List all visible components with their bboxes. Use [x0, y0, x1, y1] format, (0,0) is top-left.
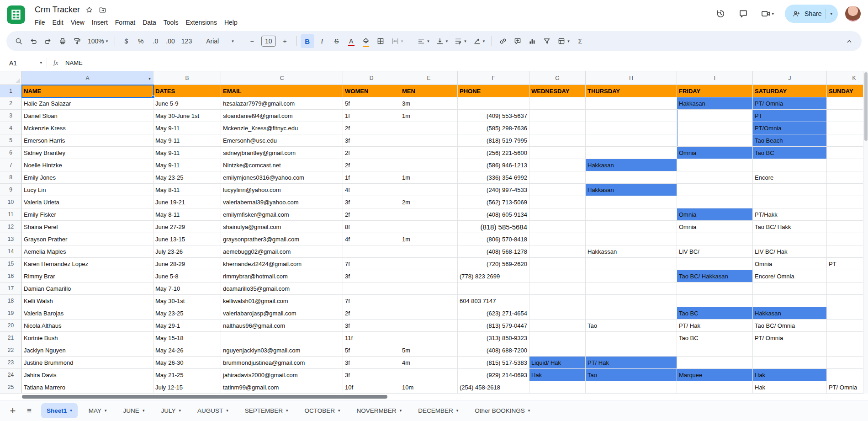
- cell-E1[interactable]: MEN: [400, 85, 458, 97]
- row-header-2[interactable]: 2: [0, 97, 22, 110]
- cell-B13[interactable]: June 13-15: [153, 233, 221, 245]
- cell-J14[interactable]: LIV BC/ Hak: [753, 245, 827, 258]
- cell-K18[interactable]: [827, 295, 868, 307]
- share-caret-icon[interactable]: ▾: [830, 12, 832, 16]
- cell-I11[interactable]: Omnia: [677, 208, 753, 221]
- cell-D3[interactable]: 1f: [343, 110, 400, 122]
- cell-B7[interactable]: May 9-11: [153, 159, 221, 171]
- cell-D6[interactable]: 2f: [343, 147, 400, 159]
- cell-E7[interactable]: [400, 159, 458, 171]
- cell-H21[interactable]: [586, 332, 677, 344]
- undo-button[interactable]: [26, 34, 40, 48]
- menu-data[interactable]: Data: [139, 17, 160, 27]
- cell-I22[interactable]: [677, 344, 753, 357]
- cell-H25[interactable]: [586, 381, 677, 394]
- avatar[interactable]: [845, 6, 861, 21]
- cell-C6[interactable]: sidneyjbrantley@gmail.com: [221, 147, 343, 159]
- cell-K6[interactable]: [827, 147, 868, 159]
- cell-J15[interactable]: Omnia: [753, 258, 827, 270]
- sheet-tab-sheet1[interactable]: Sheet1▾: [41, 403, 78, 418]
- cell-J23[interactable]: [753, 357, 827, 369]
- cell-D19[interactable]: 2f: [343, 307, 400, 320]
- cell-A2[interactable]: Halie Zan Salazar: [22, 97, 153, 110]
- cell-F21[interactable]: (313) 850-9323: [458, 332, 529, 344]
- cell-E5[interactable]: [400, 134, 458, 147]
- create-filter-button[interactable]: [540, 34, 554, 48]
- cell-B16[interactable]: June 5-8: [153, 270, 221, 282]
- cell-F12[interactable]: (818) 585-5684: [458, 221, 529, 233]
- bold-button[interactable]: B: [301, 34, 314, 48]
- cell-H8[interactable]: [586, 171, 677, 184]
- cell-D13[interactable]: 4f: [343, 233, 400, 245]
- cell-I14[interactable]: LIV BC/: [677, 245, 753, 258]
- cell-K21[interactable]: [827, 332, 868, 344]
- cell-C1[interactable]: EMAIL: [221, 85, 343, 97]
- cell-I6[interactable]: Omnia: [677, 147, 753, 159]
- cell-I24[interactable]: Marquee: [677, 369, 753, 381]
- cell-E3[interactable]: 1m: [400, 110, 458, 122]
- cell-G20[interactable]: [529, 320, 586, 332]
- cell-E15[interactable]: [400, 258, 458, 270]
- cell-I18[interactable]: [677, 295, 753, 307]
- row-header-8[interactable]: 8: [0, 171, 22, 184]
- cell-K2[interactable]: [827, 97, 868, 110]
- cell-J20[interactable]: Tao BC/ Omnia: [753, 320, 827, 332]
- insert-comment-button[interactable]: [511, 34, 524, 48]
- cell-K3[interactable]: [827, 110, 868, 122]
- font-family-button[interactable]: Arial▾: [203, 34, 237, 48]
- cell-D10[interactable]: 3f: [343, 196, 400, 208]
- row-header-17[interactable]: 17: [0, 282, 22, 295]
- sheets-logo-icon[interactable]: [6, 5, 26, 24]
- cell-K23[interactable]: [827, 357, 868, 369]
- cell-K24[interactable]: [827, 369, 868, 381]
- cell-C15[interactable]: khernandezl2424@gmail.com: [221, 258, 343, 270]
- cell-H6[interactable]: [586, 147, 677, 159]
- cell-J12[interactable]: Tao BC/ Hakk: [753, 221, 827, 233]
- cell-A6[interactable]: Sidney Brantley: [22, 147, 153, 159]
- cell-G10[interactable]: [529, 196, 586, 208]
- sheet-tab-september[interactable]: SEPTEMBER▾: [239, 403, 294, 418]
- cell-F9[interactable]: (240) 997-4533: [458, 184, 529, 196]
- format-as-percent-button[interactable]: %: [134, 34, 148, 48]
- cell-J4[interactable]: PT/Omnia: [753, 122, 827, 134]
- cell-C16[interactable]: rimmybrar@hotmail.com: [221, 270, 343, 282]
- cell-B19[interactable]: May 23-25: [153, 307, 221, 320]
- cell-A12[interactable]: Shaina Perel: [22, 221, 153, 233]
- cell-C3[interactable]: sloandaniel94@gmail.com: [221, 110, 343, 122]
- menu-extensions[interactable]: Extensions: [182, 17, 220, 27]
- cell-F25[interactable]: (254) 458-2618: [458, 381, 529, 394]
- menu-help[interactable]: Help: [221, 17, 241, 27]
- add-sheet-button[interactable]: +: [5, 403, 21, 419]
- insert-chart-button[interactable]: [525, 34, 539, 48]
- cell-D23[interactable]: 3f: [343, 357, 400, 369]
- cell-E17[interactable]: [400, 282, 458, 295]
- row-header-16[interactable]: 16: [0, 270, 22, 282]
- cell-A20[interactable]: Nicola Althaus: [22, 320, 153, 332]
- cell-C8[interactable]: emilymjones0316@yahoo.com: [221, 171, 343, 184]
- cell-G16[interactable]: [529, 270, 586, 282]
- text-color-button[interactable]: A: [344, 34, 358, 48]
- cell-I3[interactable]: [677, 110, 753, 122]
- cell-I15[interactable]: [677, 258, 753, 270]
- cell-J6[interactable]: Tao BC: [753, 147, 827, 159]
- cell-A21[interactable]: Kortnie Bush: [22, 332, 153, 344]
- cell-I2[interactable]: Hakkasan: [677, 97, 753, 110]
- cell-A25[interactable]: Tatiana Marrero: [22, 381, 153, 394]
- cell-B6[interactable]: May 9-11: [153, 147, 221, 159]
- cell-F16[interactable]: (778) 823 2699: [458, 270, 529, 282]
- cell-G6[interactable]: [529, 147, 586, 159]
- search-button[interactable]: [12, 34, 26, 48]
- cell-G18[interactable]: [529, 295, 586, 307]
- cell-A4[interactable]: Mckenzie Kress: [22, 122, 153, 134]
- cell-I1[interactable]: FRIDAY: [677, 85, 753, 97]
- cell-B3[interactable]: May 30-June 1st: [153, 110, 221, 122]
- cell-A14[interactable]: Aemelia Maples: [22, 245, 153, 258]
- insert-link-button[interactable]: [496, 34, 510, 48]
- cell-K13[interactable]: [827, 233, 868, 245]
- cell-I21[interactable]: Tao BC: [677, 332, 753, 344]
- cell-D24[interactable]: 3f: [343, 369, 400, 381]
- vertical-scrollbar-thumb[interactable]: [864, 72, 868, 141]
- cell-G12[interactable]: [529, 221, 586, 233]
- redo-button[interactable]: [41, 34, 55, 48]
- cell-K16[interactable]: [827, 270, 868, 282]
